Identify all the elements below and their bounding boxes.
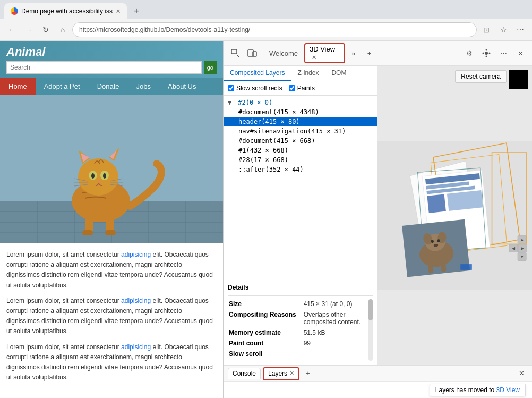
tree-root-label: #2(0 × 0) bbox=[238, 99, 272, 106]
toolbar-bar: ← → ↻ ⌂ https://microsoftedge.github.io/… bbox=[0, 19, 532, 40]
text-link-2[interactable]: adipisicing bbox=[121, 297, 151, 304]
tree-item-4[interactable]: #1(432 × 668) bbox=[224, 146, 377, 155]
details-panel: Details Size 415 × 31 (at 0, 0) Composit… bbox=[224, 277, 377, 365]
new-tab-button[interactable]: + bbox=[129, 4, 144, 19]
devtools-add-tab[interactable]: + bbox=[362, 46, 377, 61]
svg-point-12 bbox=[78, 158, 118, 196]
svg-point-20 bbox=[103, 173, 106, 179]
devtools-tabs: Welcome 3D View ✕ bbox=[262, 43, 345, 63]
search-button[interactable]: go bbox=[204, 61, 217, 74]
svg-rect-49 bbox=[427, 194, 446, 213]
devtools-toolbar: Welcome 3D View ✕ » + ⚙ ⋯ bbox=[224, 41, 532, 66]
svg-rect-32 bbox=[231, 49, 237, 54]
tree-item-root[interactable]: ▼ #2(0 × 0) bbox=[224, 98, 377, 107]
tab-bar: Demo page with accessibility iss ✕ + bbox=[0, 0, 532, 19]
svg-rect-30 bbox=[82, 230, 93, 235]
sub-tab-zindex[interactable]: Z-index bbox=[291, 66, 325, 81]
bottom-tabs-bar: Console Layers ✕ + ✕ bbox=[224, 365, 532, 381]
refresh-button[interactable]: ↻ bbox=[38, 22, 53, 37]
svg-point-36 bbox=[485, 52, 488, 55]
tree-item-4-label: #1(432 × 668) bbox=[238, 147, 288, 154]
browser-chrome: Demo page with accessibility iss ✕ + ← →… bbox=[0, 0, 532, 41]
device-emulation-icon[interactable] bbox=[245, 46, 260, 61]
svg-line-33 bbox=[237, 55, 239, 57]
svg-point-19 bbox=[91, 173, 95, 179]
search-bar: go bbox=[6, 61, 217, 74]
tree-item-0[interactable]: #document(415 × 4348) bbox=[224, 107, 377, 117]
back-button[interactable]: ← bbox=[4, 22, 19, 37]
devtools-tab-3dview[interactable]: 3D View ✕ bbox=[304, 43, 345, 63]
sub-tab-composited-layers[interactable]: Composited Layers bbox=[224, 66, 291, 81]
paints-checkbox[interactable] bbox=[289, 85, 295, 91]
tree-item-2[interactable]: nav#sitenavigation(415 × 31) bbox=[224, 126, 377, 136]
forward-button[interactable]: → bbox=[21, 22, 36, 37]
close-devtools-bottom[interactable]: ✕ bbox=[515, 367, 528, 380]
text-link-3[interactable]: adipisicing bbox=[121, 343, 151, 351]
tab-close-icon[interactable]: ✕ bbox=[116, 8, 121, 15]
paints-checkbox-label[interactable]: Paints bbox=[289, 84, 315, 92]
notification-text: Layers has moved to bbox=[435, 386, 496, 394]
address-bar[interactable]: https://microsoftedge.github.io/Demos/de… bbox=[72, 22, 477, 37]
favorites-button[interactable]: ☆ bbox=[496, 22, 511, 37]
svg-rect-31 bbox=[105, 230, 116, 235]
tree-item-1[interactable]: header(415 × 80) bbox=[224, 117, 377, 126]
detail-row-memory: Memory estimate 51.5 kB bbox=[229, 329, 372, 338]
tree-item-6[interactable]: ::after(352 × 44) bbox=[224, 165, 377, 174]
detail-row-compositing: Compositing Reasons Overlaps other compo… bbox=[229, 311, 372, 328]
bottom-tab-console[interactable]: Console bbox=[228, 368, 261, 379]
collections-button[interactable]: ⊡ bbox=[479, 22, 494, 37]
address-text: https://microsoftedge.github.io/Demos/de… bbox=[79, 26, 250, 33]
devtools-tabs-more[interactable]: » bbox=[347, 47, 360, 60]
site-image bbox=[0, 95, 223, 243]
tree-expand-icon: ▼ bbox=[228, 99, 234, 106]
sub-tab-dom[interactable]: DOM bbox=[325, 66, 353, 81]
slow-scroll-rects-checkbox[interactable] bbox=[228, 85, 234, 91]
slow-scroll-rects-checkbox-label[interactable]: Slow scroll rects bbox=[228, 84, 282, 92]
browser-tab[interactable]: Demo page with accessibility iss ✕ bbox=[4, 3, 127, 19]
nav-item-adopt[interactable]: Adopt a Pet bbox=[36, 78, 89, 95]
browser-more-button[interactable]: ⋯ bbox=[513, 22, 528, 37]
tree-item-5[interactable]: #28(17 × 668) bbox=[224, 155, 377, 165]
inspect-element-icon[interactable] bbox=[228, 46, 243, 61]
details-scrollbar[interactable] bbox=[368, 299, 373, 361]
devtools-close[interactable]: ✕ bbox=[513, 46, 528, 61]
notification-link[interactable]: 3D View bbox=[496, 386, 520, 394]
svg-text:▼: ▼ bbox=[520, 255, 524, 259]
layers-tab-close-icon[interactable]: ✕ bbox=[289, 370, 294, 377]
tree-item-5-label: #28(17 × 668) bbox=[238, 156, 288, 164]
bottom-tab-layers[interactable]: Layers ✕ bbox=[263, 367, 299, 380]
devtools-settings-icon[interactable]: ⚙ bbox=[462, 46, 477, 61]
nav-item-about[interactable]: About Us bbox=[159, 78, 204, 95]
site-header: Animal go bbox=[0, 41, 223, 78]
console-tab-label: Console bbox=[233, 370, 256, 377]
nav-item-donate[interactable]: Donate bbox=[89, 78, 128, 95]
detail-row-slowscroll: Slow scroll bbox=[229, 350, 372, 360]
devtools-experiment-icon[interactable] bbox=[479, 46, 494, 61]
detail-label-paintcount: Paint count bbox=[229, 340, 303, 349]
devtools-tab-welcome[interactable]: Welcome bbox=[264, 47, 303, 60]
layers-tab-label: Layers bbox=[268, 370, 287, 377]
nav-item-home[interactable]: Home bbox=[0, 78, 36, 95]
tree-item-0-label: #document(415 × 4348) bbox=[238, 108, 319, 116]
site-nav: Home Adopt a Pet Donate Jobs About Us bbox=[0, 78, 223, 95]
tab-title: Demo page with accessibility iss bbox=[21, 7, 113, 15]
tree-item-3[interactable]: #document(415 × 668) bbox=[224, 136, 377, 146]
add-bottom-tab-button[interactable]: + bbox=[302, 367, 314, 380]
tree-item-2-label: nav#sitenavigation(415 × 31) bbox=[238, 128, 346, 135]
search-input[interactable] bbox=[6, 61, 202, 74]
home-button[interactable]: ⌂ bbox=[55, 22, 70, 37]
notification-bar: Layers has moved to 3D View bbox=[224, 381, 532, 398]
nav-item-jobs[interactable]: Jobs bbox=[128, 78, 159, 95]
tree-item-3-label: #document(415 × 668) bbox=[238, 137, 315, 145]
site-title: Animal bbox=[6, 45, 217, 59]
reset-camera-button[interactable]: Reset camera bbox=[455, 70, 507, 83]
details-scrollbar-thumb bbox=[368, 299, 373, 320]
devtools-more-menu[interactable]: ⋯ bbox=[496, 46, 511, 61]
cat-illustration bbox=[0, 95, 223, 243]
layers-sub-tabs: Composited Layers Z-index DOM bbox=[224, 66, 377, 81]
devtools-panel: Welcome 3D View ✕ » + ⚙ ⋯ bbox=[223, 41, 532, 398]
text-link-1[interactable]: adipisicing bbox=[121, 251, 151, 258]
3dview-tab-close[interactable]: ✕ bbox=[312, 54, 316, 61]
detail-label-compositing: Compositing Reasons bbox=[229, 311, 303, 328]
detail-label-memory: Memory estimate bbox=[229, 329, 303, 338]
